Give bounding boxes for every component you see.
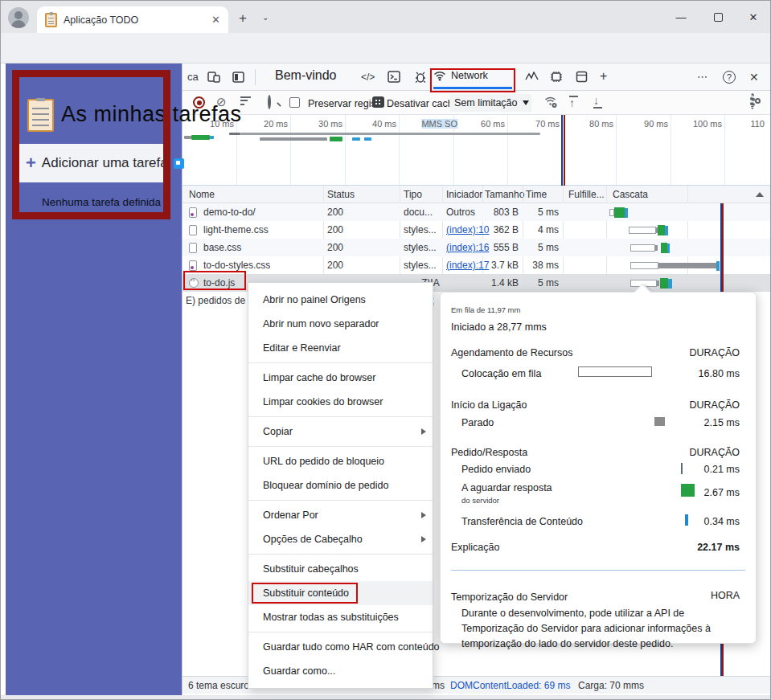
window-close-button[interactable]: ✕: [735, 1, 771, 33]
col-fulfilled[interactable]: Fulfille...: [568, 189, 605, 200]
menu-header-options[interactable]: Opções de Cabeçalho: [248, 527, 433, 551]
tab-welcome[interactable]: Bem-vindo: [275, 68, 336, 83]
tab-sources-bug-icon[interactable]: [414, 71, 427, 83]
waterfall-bar: [667, 244, 670, 253]
content-download-bar: [685, 514, 688, 526]
col-nome[interactable]: Nome: [189, 189, 215, 200]
network-conditions-icon[interactable]: [544, 96, 558, 108]
devtools-help-icon[interactable]: ?: [723, 71, 736, 84]
tab-performance-icon[interactable]: [525, 72, 539, 82]
menu-override-content[interactable]: Substituir conteúdo: [248, 581, 433, 605]
menu-show-all-overrides[interactable]: Mostrar todas as substituições: [248, 605, 433, 629]
request-row-to-do-styles[interactable]: to-do-styles.css 200 styles... (index):1…: [182, 256, 771, 274]
waterfall-bar: [661, 243, 667, 253]
new-tab-button[interactable]: +: [239, 10, 247, 27]
col-tipo[interactable]: Tipo: [404, 189, 422, 200]
overview-bar: [352, 137, 360, 141]
inspect-label[interactable]: ca: [187, 71, 199, 83]
dropdown-caret-icon: [523, 100, 529, 105]
stylesheet-file-icon: [189, 225, 197, 235]
waterfall-bar: [665, 226, 668, 235]
section-connection-start: Início da Ligação: [451, 399, 527, 411]
document-file-icon: [189, 207, 197, 218]
tick-60ms: 60 ms: [481, 119, 505, 129]
menu-clear-cache[interactable]: Limpar cache do browser: [248, 366, 433, 390]
profile-avatar-icon[interactable]: [8, 7, 29, 28]
maximize-button[interactable]: [699, 1, 736, 33]
throttling-select[interactable]: Sem limitação: [449, 94, 531, 112]
tab-close-icon[interactable]: ✕: [211, 14, 220, 26]
server-timing-description: Durante o desenvolvimento, pode utilizar…: [461, 606, 738, 652]
menu-clear-cookies[interactable]: Limpar cookies do browser: [248, 390, 433, 414]
devtools-close-icon[interactable]: ✕: [749, 71, 759, 84]
waterfall-bar: [716, 261, 720, 271]
col-tamanho[interactable]: Tamanho: [485, 189, 524, 200]
queueing-bar: [578, 366, 652, 377]
section-request-response: Pedido/Resposta: [451, 447, 527, 458]
request-row-base-css[interactable]: base.css 200 styles... (index):16 555 B …: [182, 239, 771, 256]
dock-side-icon[interactable]: [232, 72, 244, 83]
menu-block-request-domain[interactable]: Bloquear domínio de pedido: [248, 473, 433, 497]
menu-open-new-tab[interactable]: Abrir num novo separador: [248, 312, 433, 336]
overview-bar: [210, 136, 214, 139]
menu-override-headers[interactable]: Substituir cabeçalhos: [248, 557, 433, 581]
minimize-button[interactable]: —: [662, 1, 699, 33]
sort-arrow-icon[interactable]: [756, 192, 764, 197]
waterfall-bar: [657, 280, 659, 286]
import-har-icon[interactable]: ↑: [569, 95, 578, 108]
tab-elements-icon[interactable]: </>: [361, 72, 375, 83]
col-status[interactable]: Status: [327, 189, 355, 200]
duration-header: DURAÇÃO: [689, 447, 740, 458]
submenu-arrow-icon: [421, 428, 426, 435]
col-cascata[interactable]: Cascata: [613, 189, 648, 200]
menu-sort-by[interactable]: Ordenar Por: [248, 503, 433, 527]
col-iniciador[interactable]: Iniciador: [446, 189, 482, 200]
stalled-label: Parado: [461, 417, 494, 428]
request-sent-label: Pedido enviado: [461, 464, 531, 475]
stylesheet-file-icon: [189, 260, 197, 271]
menu-divider: [248, 446, 433, 447]
disable-cache-label[interactable]: Desativar cache: [387, 98, 459, 109]
tab-console-icon[interactable]: [388, 71, 400, 83]
todo-app-favicon: [45, 13, 57, 27]
devtools-more-icon[interactable]: ⋯: [697, 71, 708, 83]
menu-edit-resend[interactable]: Editar e Reenviar: [248, 336, 433, 360]
tick-80ms: 80 ms: [589, 119, 613, 129]
network-annotation-redbox: [430, 68, 515, 92]
menu-block-request-url[interactable]: URL do pedido de bloqueio: [248, 449, 433, 473]
overview-bar: [191, 135, 210, 140]
tick-90ms: 90 ms: [644, 119, 668, 129]
stalled-value: 2.15 ms: [704, 417, 740, 428]
waterfall-bar: [668, 279, 672, 289]
queueing-label: Colocação em fila: [461, 368, 541, 379]
waiting-sublabel: do servidor: [461, 496, 499, 505]
more-tabs-plus-icon[interactable]: +: [600, 69, 607, 84]
request-row-light-theme[interactable]: light-theme.css 200 styles... (index):10…: [182, 221, 771, 239]
search-icon[interactable]: [268, 95, 271, 109]
browser-tab[interactable]: Aplicação TODO ✕: [37, 6, 228, 33]
tab-application-icon[interactable]: [576, 71, 588, 83]
export-har-icon[interactable]: ↓: [593, 95, 602, 108]
menu-save-as[interactable]: Guardar como...: [248, 659, 433, 683]
network-settings-gear-icon[interactable]: [750, 93, 755, 109]
menu-open-in-sources[interactable]: Abrir no painel Origens: [248, 288, 433, 312]
domcontentloaded-line: [561, 115, 563, 186]
total-label: Explicação: [451, 542, 499, 553]
menu-copy[interactable]: Copiar: [248, 420, 433, 444]
title-bar: Aplicação TODO ✕ + ⌄ — ✕: [1, 1, 771, 33]
tab-memory-icon[interactable]: [550, 71, 563, 83]
content-download-value: 0.34 ms: [704, 516, 740, 527]
tab-list-chevron-icon[interactable]: ⌄: [262, 13, 269, 22]
overview-bar: [330, 137, 342, 141]
tick-40ms: 40 ms: [372, 119, 396, 129]
overview-bar: [184, 136, 191, 139]
preserve-log-checkbox[interactable]: [289, 97, 300, 108]
device-emulation-icon[interactable]: [207, 72, 220, 83]
tick-30ms: 30 ms: [318, 119, 342, 129]
col-time[interactable]: Time: [526, 189, 547, 200]
menu-save-har[interactable]: Guardar tudo como HAR com conteúdo: [248, 635, 433, 659]
network-toolbar: ⊘ Preservar registo Desativar cache Sem …: [182, 91, 771, 115]
network-overview-timeline[interactable]: 10 ms 20 ms 30 ms 40 ms MMS SO 60 ms 70 …: [182, 115, 771, 186]
waterfall-bar: [660, 278, 668, 289]
request-row-demo-to-do[interactable]: demo-to-do/ 200 docu... Outros 803 B 5 m…: [182, 203, 771, 221]
